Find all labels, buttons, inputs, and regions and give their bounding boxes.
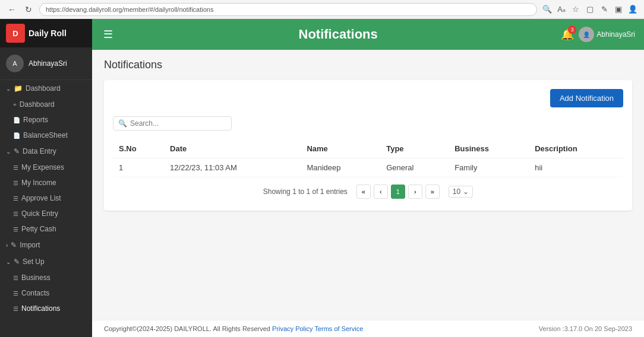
bookmark-icon[interactable]: ☆ <box>570 4 581 15</box>
content-area: Notifications Add Notification 🔍 S.No Da… <box>92 50 644 320</box>
tab-icon[interactable]: ▢ <box>585 4 595 15</box>
sidebar-item-my-expenses[interactable]: ☰ My Expenses <box>0 160 92 175</box>
page-first-button[interactable]: « <box>356 185 371 199</box>
sidebar-group-data-entry[interactable]: ⌄ ✎ Data Entry <box>0 143 92 160</box>
list-icon-5: ☰ <box>13 226 18 233</box>
col-date: Date <box>164 139 301 158</box>
header-username: AbhinayaSri <box>596 30 635 39</box>
setup-group-label: Set Up <box>23 257 45 266</box>
add-notification-button[interactable]: Add Notification <box>550 89 623 107</box>
pagination-info: Showing 1 to 1 of 1 entries <box>263 187 348 196</box>
list-icon-8: ☰ <box>13 306 18 312</box>
contacts-label: Contacts <box>21 289 49 297</box>
privacy-policy-link[interactable]: Privacy Policy <box>272 325 312 332</box>
page-size-value: 10 <box>453 187 460 196</box>
url-text: https://devang.dailyroll.org/member/#/da… <box>46 6 213 13</box>
col-description: Description <box>529 139 623 158</box>
list-icon-7: ☰ <box>13 290 18 297</box>
sidebar-item-petty-cash[interactable]: ☰ Petty Cash <box>0 221 92 237</box>
search-icon: 🔍 <box>118 119 127 128</box>
chevron-right-icon: › <box>6 242 8 249</box>
chevron-down-icon-3: ⌄ <box>6 259 11 265</box>
sidebar-item-my-income[interactable]: ☰ My Income <box>0 175 92 190</box>
list-icon: ☰ <box>13 164 18 171</box>
sidebar-item-contacts[interactable]: ☰ Contacts <box>0 285 92 301</box>
sidebar-item-approve-list[interactable]: ☰ Approve List <box>0 190 92 206</box>
header-avatar: 👤 <box>579 27 594 42</box>
header-user-menu[interactable]: 👤 AbhinayaSri <box>579 27 635 42</box>
logo-abbr: D <box>12 29 18 38</box>
page-last-button[interactable]: » <box>425 185 440 199</box>
sidebar-group-import[interactable]: › ✎ Import <box>0 237 92 253</box>
sidebar-item-quick-entry[interactable]: ☰ Quick Entry <box>0 206 92 221</box>
back-button[interactable]: ← <box>6 4 18 15</box>
list-icon-2: ☰ <box>13 180 18 186</box>
list-icon-4: ☰ <box>13 211 18 217</box>
notifications-table: S.No Date Name Type Business Description… <box>113 139 623 177</box>
footer: Copyright©(2024-2025) DAILYROLL. All Rig… <box>92 320 644 337</box>
logo-icon: D <box>6 24 25 43</box>
business-label: Business <box>21 274 50 282</box>
sidebar-item-reports[interactable]: 📄 Reports <box>0 112 92 128</box>
list-icon-3: ☰ <box>13 195 18 202</box>
sidebar-logo: D Daily Roll <box>0 19 92 47</box>
profile-icon[interactable]: 👤 <box>627 4 638 15</box>
cell-name: Manideep <box>301 158 380 177</box>
plus-icon: + <box>13 101 17 108</box>
data-entry-group-label: Data Entry <box>23 147 56 155</box>
sidebar-item-balancesheet[interactable]: 📄 BalanceSheet <box>0 128 92 143</box>
table-header: S.No Date Name Type Business Description <box>113 139 623 158</box>
sidebar-item-dashboard[interactable]: + Dashboard <box>0 97 92 112</box>
search-input[interactable] <box>130 119 226 128</box>
search-bar[interactable]: 🔍 <box>113 116 232 131</box>
notification-badge: 3 <box>568 26 576 34</box>
my-expenses-label: My Expenses <box>21 163 64 171</box>
dashboard-folder-icon: 📁 <box>14 84 23 93</box>
dashboard-group-label: Dashboard <box>26 84 61 93</box>
header-title: Notifications <box>121 27 555 42</box>
footer-version: Version :3.17.0 On 20 Sep-2023 <box>539 325 632 332</box>
table-body: 112/22/23, 11:03 AMManideepGeneralFamily… <box>113 158 623 177</box>
favorites-icon[interactable]: ✎ <box>599 4 610 15</box>
cell-sno: 1 <box>113 158 164 177</box>
terms-link[interactable]: Terms of Service <box>314 325 363 332</box>
sidebar-group-dashboard[interactable]: ⌄ 📁 Dashboard <box>0 80 92 97</box>
cell-date: 12/22/23, 11:03 AM <box>164 158 301 177</box>
balancesheet-icon: 📄 <box>13 132 20 139</box>
notifications-card: Add Notification 🔍 S.No Date Name Type B… <box>104 80 632 211</box>
sidebar-group-setup[interactable]: ⌄ ✎ Set Up <box>0 253 92 270</box>
page-prev-button[interactable]: ‹ <box>374 185 388 199</box>
chevron-down-icon: ⌄ <box>6 85 11 92</box>
petty-cash-label: Petty Cash <box>21 225 56 233</box>
hamburger-icon: ☰ <box>103 28 113 40</box>
top-header: ☰ Notifications 🔔 3 👤 AbhinayaSri <box>92 19 644 50</box>
cell-type: General <box>380 158 449 177</box>
card-toolbar: Add Notification <box>113 89 623 107</box>
dashboard-item-label: Dashboard <box>20 100 55 109</box>
cell-business: Family <box>449 158 529 177</box>
refresh-button[interactable]: ↻ <box>23 4 34 15</box>
browser-chrome: ← ↻ https://devang.dailyroll.org/member/… <box>0 0 644 19</box>
reader-icon[interactable]: Aₐ <box>556 4 567 15</box>
search-browser-icon[interactable]: 🔍 <box>542 4 553 15</box>
notification-bell-button[interactable]: 🔔 3 <box>561 28 574 41</box>
notifications-sidebar-label: Notifications <box>21 304 60 313</box>
sidebar: D Daily Roll A AbhinayaSri ⌄ 📁 Dashboard… <box>0 19 92 337</box>
table-row[interactable]: 112/22/23, 11:03 AMManideepGeneralFamily… <box>113 158 623 177</box>
sidebar-item-notifications[interactable]: ☰ Notifications <box>0 301 92 316</box>
user-name-sidebar: AbhinayaSri <box>29 59 67 68</box>
hamburger-button[interactable]: ☰ <box>101 26 115 43</box>
sidebar-item-business[interactable]: ☰ Business <box>0 270 92 285</box>
browser-action-icons: 🔍 Aₐ ☆ ▢ ✎ ▣ 👤 <box>542 4 638 15</box>
list-icon-6: ☰ <box>13 275 18 281</box>
address-bar[interactable]: https://devang.dailyroll.org/member/#/da… <box>39 3 537 16</box>
footer-copyright: Copyright©(2024-2025) DAILYROLL. All Rig… <box>104 325 272 332</box>
page-size-select[interactable]: 10 ⌄ <box>449 186 473 198</box>
extensions-icon[interactable]: ▣ <box>613 4 624 15</box>
main-content: ☰ Notifications 🔔 3 👤 AbhinayaSri Notifi… <box>92 19 644 337</box>
col-sno: S.No <box>113 139 164 158</box>
app-container: D Daily Roll A AbhinayaSri ⌄ 📁 Dashboard… <box>0 19 644 337</box>
page-1-button[interactable]: 1 <box>391 185 405 199</box>
page-next-button[interactable]: › <box>408 185 422 199</box>
import-group-label: Import <box>20 241 40 249</box>
